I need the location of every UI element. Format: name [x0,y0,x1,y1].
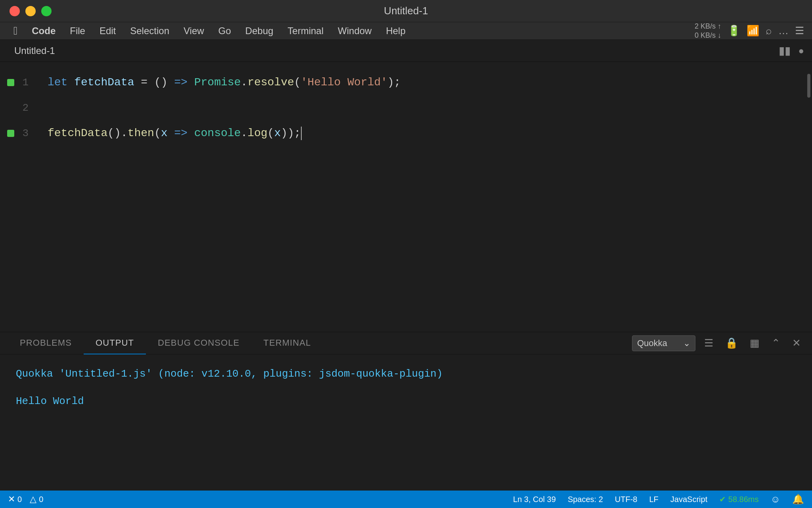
paren-close: ) [161,70,168,95]
titlebar: Untitled-1 [0,0,812,22]
method-then: then [128,121,154,146]
tab-debug-console[interactable]: DEBUG CONSOLE [146,332,251,354]
dot-1: . [241,70,247,95]
warning-icon: △ [30,494,36,504]
line-ending[interactable]: LF [649,495,659,504]
menu-code[interactable]: Code [25,22,63,40]
menu-terminal[interactable]: Terminal [280,22,331,40]
quokka-time[interactable]: ✔ 58.86ms [719,495,758,504]
line-gutter: 1 2 3 [0,70,32,324]
close-panel-icon[interactable]: ✕ [789,335,804,351]
main-container: Untitled-1 ▮▮ ● 1 2 [0,40,812,508]
indentation[interactable]: Spaces: 2 [568,495,603,504]
close-button[interactable] [10,6,20,16]
battery-icon: 🔋 [728,25,740,37]
menu-view[interactable]: View [176,22,211,40]
code-lines[interactable]: let fetchData = () => Promise.resolve('H… [32,70,806,324]
warning-count[interactable]: △ 0 [30,494,43,504]
semi-2: ; [294,121,301,146]
wifi-icon: 📶 [747,25,759,37]
statusbar-right: Ln 3, Col 39 Spaces: 2 UTF-8 LF JavaScri… [513,494,804,505]
keyword-let: let [48,70,74,95]
notification-icon[interactable]: 🔔 [792,494,804,505]
maximize-button[interactable] [41,6,52,16]
panel-tabs-right: Quokka ⌄ ☰ 🔒 ▦ ⌃ ✕ [632,335,804,351]
op-space [168,70,174,95]
tab-problems[interactable]: PROBLEMS [8,332,84,354]
list-icon: ☰ [795,25,804,37]
statusbar-left: ✕ 0 △ 0 [8,494,43,504]
error-count[interactable]: ✕ 0 [8,494,22,504]
tab-terminal[interactable]: TERMINAL [251,332,323,354]
code-line-2 [48,95,806,121]
error-number: 0 [17,495,22,504]
cursor-position[interactable]: Ln 3, Col 39 [513,495,556,504]
dot-3: . [241,121,247,146]
lock-icon[interactable]: 🔒 [722,335,741,351]
breakpoint-1 [7,79,14,86]
var-fetchdata: fetchData [74,70,134,95]
paren-2: ( [294,70,301,95]
menu-apple[interactable]:  [6,22,25,40]
editor-area: Untitled-1 ▮▮ ● 1 2 [0,40,812,332]
paren-open: ( [154,70,161,95]
param-x: x [161,121,168,146]
editor-header-icons: ▮▮ ● [779,44,804,57]
space-3 [168,121,174,146]
output-quokka-header: Quokka 'Untitled-1.js' (node: v12.10.0, … [16,366,796,382]
arrow-1: => [174,70,188,95]
minimize-button[interactable] [25,6,36,16]
panel-tabs: PROBLEMS OUTPUT DEBUG CONSOLE TERMINAL Q… [0,332,812,354]
str-hello: 'Hello World' [301,70,387,95]
chevron-up-icon[interactable]: ⌃ [768,335,783,351]
dot-indicator: ● [799,45,804,56]
paren-6: )) [281,121,294,146]
obj-promise: Promise [194,70,241,95]
split-editor-icon[interactable]: ▮▮ [779,44,791,57]
language-mode[interactable]: JavaScript [670,495,707,504]
panel-tabs-left: PROBLEMS OUTPUT DEBUG CONSOLE TERMINAL [8,332,323,354]
menu-go[interactable]: Go [211,22,238,40]
list-filter-icon[interactable]: ☰ [701,335,716,351]
tab-output[interactable]: OUTPUT [84,332,146,354]
smiley-icon[interactable]: ☺ [770,494,780,505]
traffic-lights [10,6,52,16]
arg-x: x [274,121,281,146]
window-title: Untitled-1 [384,5,428,17]
empty-line [48,95,54,121]
gutter-row-2: 2 [0,95,32,121]
menu-help[interactable]: Help [379,22,412,40]
call-parens: () [107,121,121,146]
output-hello-world: Hello World [16,394,796,409]
panel: PROBLEMS OUTPUT DEBUG CONSOLE TERMINAL Q… [0,332,812,491]
text-cursor [301,127,302,140]
paren-5: ( [268,121,274,146]
space-2 [188,70,194,95]
dot-2: . [121,121,128,146]
chevron-down-icon: ⌄ [683,338,690,348]
menu-window[interactable]: Window [331,22,379,40]
menu-file[interactable]: File [63,22,92,40]
search-icon: ⌕ [766,25,772,37]
output-source-dropdown[interactable]: Quokka ⌄ [632,335,695,351]
paren-4: ( [154,121,161,146]
scrollbar-thumb[interactable] [807,74,810,98]
editor-scrollbar[interactable] [806,70,812,324]
menu-selection[interactable]: Selection [123,22,176,40]
menubar:  Code File Edit Selection View Go Debug… [0,22,812,40]
method-resolve: resolve [247,70,294,95]
gutter-row-3: 3 [0,121,32,146]
menu-debug[interactable]: Debug [238,22,281,40]
code-editor[interactable]: 1 2 3 let fetchData = () => Promise.reso… [0,62,812,332]
menu-extra-icon: … [778,25,789,37]
warning-number: 0 [39,495,43,504]
encoding[interactable]: UTF-8 [615,495,638,504]
menu-edit[interactable]: Edit [92,22,123,40]
code-line-3: fetchData().then(x => console.log(x)); [48,121,806,146]
editor-tab[interactable]: Untitled-1 [8,42,61,60]
arrow-2: => [174,121,188,146]
semi-1: ; [394,70,401,95]
copy-icon[interactable]: ▦ [747,335,763,351]
statusbar-bottom: ✕ 0 △ 0 Ln 3, Col 39 Spaces: 2 UTF-8 LF … [0,491,812,508]
line-number-1: 1 [17,70,29,95]
